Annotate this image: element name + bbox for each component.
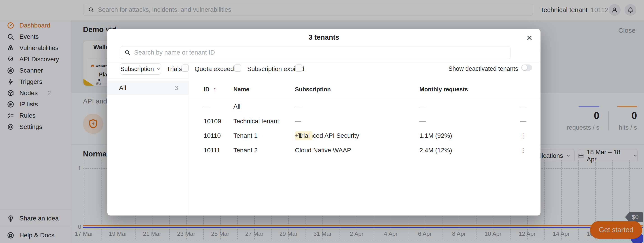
tenant-row-all[interactable]: — All — — —	[189, 100, 540, 114]
modal-close-button[interactable]	[524, 32, 535, 43]
subscription-expired-checkbox[interactable]	[295, 64, 302, 72]
show-deactivated-toggle[interactable]	[521, 64, 532, 71]
subscription-filter-dropdown[interactable]: Subscription	[120, 63, 161, 74]
tenant-row-10109[interactable]: 10109 Technical tenant — — —	[189, 114, 540, 128]
quota-exceeded-checkbox[interactable]	[234, 64, 241, 72]
cell-id: —	[204, 103, 210, 110]
cell-monthly-requests: —	[420, 103, 426, 110]
tenant-group-all[interactable]: All 3	[107, 81, 189, 95]
cell-subscription: —	[295, 118, 301, 125]
column-header-subscription[interactable]: Subscription	[295, 86, 331, 93]
column-header-name[interactable]: Name	[234, 86, 250, 93]
group-count: 3	[160, 84, 178, 92]
extra-subscriptions: +1	[295, 132, 302, 139]
cell-subscription: —	[295, 103, 301, 110]
divider	[189, 99, 540, 99]
close-icon	[526, 34, 533, 41]
cell-name: Tenant 1	[234, 132, 258, 139]
subscription-filter-label: Subscription	[120, 66, 154, 72]
row-menu-kebab-icon[interactable]: ⋮	[504, 132, 526, 140]
tenants-modal: 3 tenants Subscription Trials Quota exce…	[107, 29, 540, 216]
cell-name: All	[234, 103, 240, 110]
cell-monthly-requests: 1.1M (92%)	[420, 132, 452, 139]
divider	[107, 62, 540, 62]
modal-title: 3 tenants	[107, 33, 540, 42]
search-icon	[124, 49, 130, 56]
tenant-search[interactable]	[120, 46, 510, 59]
column-header-id[interactable]: ID ↑	[204, 86, 216, 93]
cell-name: Technical tenant	[234, 118, 279, 125]
cell-action: —	[504, 118, 526, 125]
tenant-search-input[interactable]	[134, 49, 510, 56]
cell-monthly-requests: —	[420, 118, 426, 125]
app-root: wallarm Dashboard Events Vulnerabilities…	[0, 0, 644, 243]
trials-checkbox[interactable]	[182, 64, 189, 72]
sort-asc-icon: ↑	[213, 86, 216, 93]
cell-id: 10111	[204, 147, 220, 154]
chevron-down-icon	[156, 67, 160, 71]
header-label: ID	[204, 86, 210, 93]
column-header-monthly-requests[interactable]: Monthly requests	[420, 86, 468, 93]
trials-filter-label: Trials	[167, 65, 182, 72]
toggle-knob	[522, 65, 527, 70]
cell-id: 10110	[204, 132, 221, 139]
cell-subscription: Cloud Native WAAP	[295, 147, 351, 154]
group-label: All	[119, 84, 126, 92]
cell-monthly-requests: 2.4M (12%)	[420, 147, 452, 154]
row-menu-kebab-icon[interactable]: ⋮	[504, 147, 526, 154]
cell-id: 10109	[204, 118, 221, 125]
tenant-row-10111[interactable]: 10111 Tenant 2 Cloud Native WAAP 2.4M (1…	[189, 143, 540, 158]
show-deactivated-label: Show deactivated tenants	[446, 65, 518, 72]
cell-action: —	[504, 103, 526, 110]
divider	[107, 78, 189, 78]
tenant-row-10110[interactable]: 10110 Tenant 1 Advanced API Security Tri…	[189, 128, 540, 143]
cell-name: Tenant 2	[234, 147, 258, 154]
